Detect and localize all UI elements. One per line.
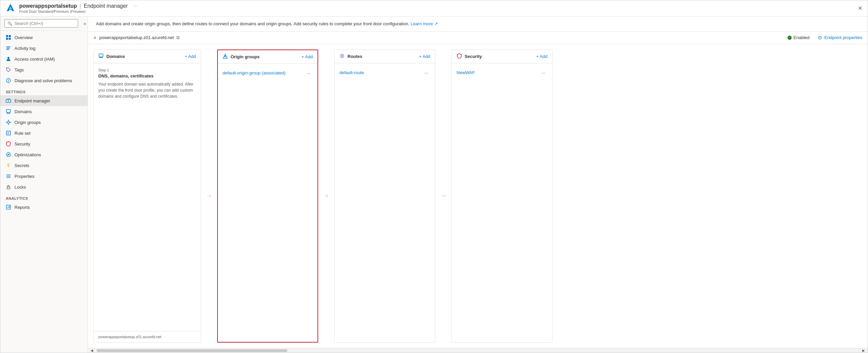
- scrollbar-thumb[interactable]: [97, 349, 287, 352]
- svg-point-8: [7, 68, 8, 69]
- title-separator: |: [80, 3, 81, 9]
- origin-groups-add-label: + Add: [301, 54, 313, 59]
- security-column-header: Security + Add: [452, 50, 552, 63]
- svg-rect-21: [7, 187, 10, 189]
- svg-rect-0: [6, 35, 8, 37]
- learn-more-icon: ↗: [434, 21, 438, 26]
- sidebar-item-activity-log[interactable]: Activity log: [0, 43, 88, 54]
- endpoint-manager-icon: [6, 98, 11, 104]
- default-origin-group-link[interactable]: default-origin-group (associated): [222, 70, 303, 76]
- security-more-button[interactable]: ···: [539, 69, 548, 76]
- svg-point-13: [7, 121, 9, 123]
- resource-name: powerappsportalsetup: [19, 3, 77, 9]
- sidebar-item-diagnose[interactable]: Diagnose and solve problems: [0, 75, 88, 86]
- sidebar-item-tags[interactable]: Tags: [0, 64, 88, 75]
- sidebar-item-reports-label: Reports: [14, 205, 30, 210]
- routes-column-body: default-route ···: [335, 63, 435, 343]
- svg-rect-6: [6, 49, 9, 50]
- sidebar-item-reports[interactable]: Reports: [0, 202, 88, 212]
- routes-column-title: Routes: [347, 54, 416, 59]
- sidebar-nav: Overview Activity log Access control (IA…: [0, 31, 88, 353]
- svg-point-7: [7, 57, 9, 59]
- sidebar-item-endpoint-manager[interactable]: Endpoint manager: [0, 95, 88, 106]
- title-more-button[interactable]: ···: [133, 3, 138, 9]
- header-description: Add domains and create origin groups, th…: [96, 21, 409, 26]
- search-box[interactable]: 🔍: [4, 19, 78, 28]
- origin-groups-add-button[interactable]: + Add: [301, 54, 313, 59]
- endpoint-properties-button[interactable]: Endpoint properties: [817, 35, 862, 40]
- routes-column-header: Routes + Add: [335, 50, 435, 63]
- security-item: NewWAF ···: [457, 68, 548, 78]
- sidebar-item-optimizations[interactable]: Optimizations: [0, 149, 88, 160]
- learn-more-link[interactable]: Learn more ↗: [410, 21, 438, 26]
- learn-more-text: Learn more: [410, 21, 433, 26]
- search-icon: 🔍: [7, 21, 12, 26]
- sidebar-item-secrets[interactable]: Secrets: [0, 160, 88, 171]
- origin-groups-column-icon: [222, 54, 228, 60]
- locks-icon: [6, 184, 11, 189]
- domains-column-icon: [98, 53, 104, 60]
- domains-icon: [6, 109, 11, 114]
- svg-rect-5: [6, 48, 10, 49]
- arrow-connector-3: →: [435, 50, 452, 343]
- overview-icon: [6, 35, 11, 40]
- origin-group-item: default-origin-group (associated) ···: [222, 68, 313, 78]
- scroll-right-button[interactable]: ▶: [860, 349, 868, 352]
- tags-icon: [6, 67, 11, 72]
- sidebar-item-properties-label: Properties: [14, 174, 34, 179]
- azure-logo: [6, 4, 15, 13]
- endpoint-copy-button[interactable]: ⧉: [177, 35, 180, 40]
- endpoint-status: Enabled: [787, 35, 810, 40]
- sidebar-item-secrets-label: Secrets: [14, 163, 29, 168]
- endpoint-bar: ∧ powerappsportalsetup.z01.azurefd.net ⧉…: [88, 32, 868, 44]
- sidebar-item-overview[interactable]: Overview: [0, 32, 88, 43]
- search-input[interactable]: [14, 21, 75, 26]
- title-group: powerappsportalsetup | Endpoint manager …: [19, 3, 138, 13]
- svg-point-16: [6, 122, 7, 123]
- diagnose-icon: [6, 78, 11, 83]
- domains-column-body: Step 1 DNS, domains, certificates Your e…: [94, 63, 201, 331]
- domains-column: Domains + Add Step 1 DNS, domains, certi…: [93, 50, 201, 343]
- sidebar-item-domains-label: Domains: [14, 109, 32, 114]
- routes-column-icon: [339, 53, 345, 60]
- columns-scroll[interactable]: Domains + Add Step 1 DNS, domains, certi…: [88, 44, 868, 348]
- default-route-link[interactable]: default-route: [339, 70, 420, 75]
- routes-add-button[interactable]: + Add: [419, 54, 430, 59]
- endpoint-chevron[interactable]: ∧: [93, 35, 97, 40]
- sidebar-item-access-control-label: Access control (IAM): [14, 57, 55, 62]
- newwaf-link[interactable]: NewWAF: [457, 70, 537, 75]
- arrow-connector-2: →: [318, 50, 334, 343]
- sidebar-item-origin-groups-label: Origin groups: [14, 120, 41, 125]
- endpoint-properties-label: Endpoint properties: [824, 35, 862, 40]
- step-label: Step 1: [98, 68, 196, 72]
- origin-groups-column: Origin groups + Add default-origin-group…: [217, 50, 318, 343]
- page-title: Endpoint manager: [84, 3, 128, 9]
- sidebar-item-rule-set[interactable]: Rule set: [0, 128, 88, 139]
- sidebar: 🔍 « Overview: [0, 17, 88, 353]
- svg-point-15: [8, 124, 9, 125]
- route-more-button[interactable]: ···: [422, 69, 430, 76]
- content-area: Add domains and create origin groups, th…: [88, 17, 868, 353]
- origin-group-more-button[interactable]: ···: [305, 70, 313, 77]
- sidebar-item-security[interactable]: Security: [0, 139, 88, 149]
- close-button[interactable]: ✕: [858, 5, 862, 11]
- svg-rect-2: [6, 38, 8, 40]
- collapse-sidebar-button[interactable]: «: [82, 20, 88, 28]
- sidebar-item-properties[interactable]: Properties: [0, 171, 88, 181]
- scroll-left-button[interactable]: ◀: [88, 349, 96, 352]
- sidebar-item-domains[interactable]: Domains: [0, 106, 88, 117]
- sidebar-item-access-control[interactable]: Access control (IAM): [0, 54, 88, 64]
- origin-groups-column-header: Origin groups + Add: [218, 50, 317, 64]
- origin-groups-icon: [6, 120, 11, 125]
- security-add-button[interactable]: + Add: [536, 54, 548, 59]
- domains-add-button[interactable]: + Add: [185, 54, 196, 59]
- scrollbar-nav: ◀ ▶: [88, 348, 868, 353]
- svg-rect-12: [6, 110, 10, 113]
- sidebar-item-origin-groups[interactable]: Origin groups: [0, 117, 88, 128]
- sidebar-item-locks[interactable]: Locks: [0, 181, 88, 192]
- svg-rect-23: [99, 54, 103, 57]
- content-header: Add domains and create origin groups, th…: [88, 17, 868, 32]
- svg-point-25: [224, 56, 226, 57]
- svg-rect-3: [9, 38, 11, 40]
- domains-column-footer: powerappsportalsetup.z01.azurefd.net: [94, 331, 201, 342]
